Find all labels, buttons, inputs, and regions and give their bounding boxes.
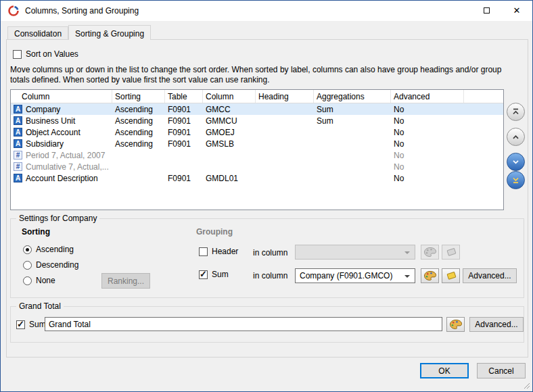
row-cell: No bbox=[391, 103, 464, 115]
row-cell bbox=[256, 161, 314, 172]
grand-total-sum-checkbox[interactable]: Sum bbox=[16, 320, 46, 329]
grand-total-sum-label: Sum bbox=[29, 320, 46, 329]
tab-sorting-grouping[interactable]: Sorting & Grouping bbox=[68, 25, 151, 40]
sum-font-color-button[interactable] bbox=[421, 268, 439, 283]
radio-icon bbox=[23, 245, 32, 254]
radio-ascending[interactable]: Ascending bbox=[23, 245, 74, 254]
move-to-bottom-button[interactable] bbox=[507, 171, 525, 189]
column-header-table[interactable]: Table bbox=[165, 90, 203, 103]
row-cell: GMDL01 bbox=[203, 172, 256, 184]
column-header-aggregations[interactable]: Aggregations bbox=[314, 90, 391, 103]
row-cell: GMSLB bbox=[203, 138, 256, 149]
radio-none[interactable]: None bbox=[23, 276, 55, 285]
table-row[interactable]: #Period 7, Actual, 2007No bbox=[11, 149, 503, 161]
row-name-cell: ASubsidiary bbox=[11, 138, 112, 149]
row-cell bbox=[256, 149, 314, 161]
column-header-column[interactable]: Column bbox=[203, 90, 256, 103]
ok-button[interactable]: OK bbox=[420, 363, 469, 378]
alpha-column-icon: A bbox=[14, 174, 22, 182]
alpha-column-icon: A bbox=[14, 128, 22, 137]
settings-group-title: Settings for Company bbox=[16, 214, 99, 223]
header-checkbox[interactable]: Header bbox=[199, 247, 238, 256]
row-cell: F0901 bbox=[165, 138, 203, 149]
columns-sorting-grouping-dialog: Columns, Sorting and Grouping ✕ Consolid… bbox=[0, 0, 533, 392]
row-cell: No bbox=[391, 161, 464, 172]
row-cell: No bbox=[391, 149, 464, 161]
row-cell bbox=[314, 172, 391, 184]
row-cell bbox=[256, 103, 314, 115]
column-header-sorting[interactable]: Sorting bbox=[112, 90, 165, 103]
row-cell bbox=[314, 161, 391, 172]
close-button[interactable]: ✕ bbox=[501, 1, 532, 20]
row-cell bbox=[464, 172, 503, 184]
row-cell: F0901 bbox=[165, 103, 203, 115]
column-header-advanced[interactable]: Advanced bbox=[391, 90, 464, 103]
row-label: Subsidiary bbox=[26, 139, 64, 149]
row-cell: Ascending bbox=[112, 103, 165, 115]
grand-total-font-color-button[interactable] bbox=[446, 317, 465, 332]
row-cell: No bbox=[391, 115, 464, 126]
row-cell: F0901 bbox=[165, 115, 203, 126]
table-header-row: ColumnSortingTableColumnHeadingAggregati… bbox=[11, 90, 503, 103]
row-label: Business Unit bbox=[26, 116, 75, 126]
checkbox-box bbox=[16, 320, 25, 329]
table-row[interactable]: AAccount DescriptionF0901GMDL01No bbox=[11, 172, 503, 184]
sum-checkbox[interactable]: Sum bbox=[199, 270, 229, 279]
table-body: ACompanyAscendingF0901GMCCSumNoABusiness… bbox=[11, 103, 503, 184]
row-label: Account Description bbox=[26, 174, 98, 183]
resize-grip[interactable] bbox=[522, 381, 530, 389]
row-cell bbox=[256, 138, 314, 149]
alpha-column-icon: A bbox=[14, 139, 22, 148]
chevron-down-icon bbox=[404, 275, 410, 278]
checkbox-box bbox=[13, 50, 22, 59]
table-row[interactable]: AObject AccountAscendingF0901GMOEJNo bbox=[11, 126, 503, 138]
palette-icon bbox=[449, 319, 463, 330]
table-row[interactable]: ACompanyAscendingF0901GMCCSumNo bbox=[11, 103, 503, 115]
row-cell bbox=[464, 126, 503, 138]
column-header-column[interactable]: Column bbox=[11, 90, 112, 103]
row-name-cell: #Period 7, Actual, 2007 bbox=[11, 149, 112, 161]
header-fill-color-button bbox=[442, 245, 460, 260]
table-row[interactable]: ASubsidiaryAscendingF0901GMSLBNo bbox=[11, 138, 503, 149]
row-cell bbox=[464, 115, 503, 126]
row-cell bbox=[112, 149, 165, 161]
tab-consolidation[interactable]: Consolidaton bbox=[7, 26, 68, 39]
sum-fill-color-button[interactable] bbox=[442, 268, 460, 283]
sort-on-values-checkbox[interactable]: Sort on Values bbox=[13, 49, 78, 59]
maximize-button[interactable] bbox=[471, 1, 502, 20]
row-cell: Ascending bbox=[112, 115, 165, 126]
row-cell bbox=[165, 161, 203, 172]
radio-descending[interactable]: Descending bbox=[23, 260, 78, 270]
row-cell bbox=[112, 172, 165, 184]
sum-in-column-label: in column bbox=[253, 271, 287, 280]
row-cell: Ascending bbox=[112, 138, 165, 149]
grouping-heading: Grouping bbox=[196, 227, 233, 237]
grouping-advanced-button[interactable]: Advanced... bbox=[463, 268, 517, 283]
row-cell bbox=[256, 172, 314, 184]
row-cell bbox=[256, 115, 314, 126]
close-icon: ✕ bbox=[513, 6, 521, 15]
columns-table: ColumnSortingTableColumnHeadingAggregati… bbox=[10, 89, 504, 210]
row-cell: GMMCU bbox=[203, 115, 256, 126]
move-down-button[interactable] bbox=[507, 153, 525, 171]
column-header-heading[interactable]: Heading bbox=[256, 90, 314, 103]
highlight-tag-icon bbox=[445, 270, 457, 281]
numeric-column-icon: # bbox=[14, 162, 22, 171]
move-to-top-button[interactable] bbox=[507, 103, 525, 121]
palette-icon bbox=[423, 270, 437, 282]
chevron-down-icon bbox=[511, 157, 520, 166]
table-row[interactable]: ABusiness UnitAscendingF0901GMMCUSumNo bbox=[11, 115, 503, 126]
move-up-button[interactable] bbox=[507, 128, 525, 146]
row-cell bbox=[314, 149, 391, 161]
grand-total-group: Grand Total Sum Advanced... bbox=[10, 306, 524, 343]
row-label: Company bbox=[26, 105, 60, 114]
cancel-button[interactable]: Cancel bbox=[477, 363, 526, 378]
grand-total-label-input[interactable] bbox=[45, 317, 442, 331]
table-row[interactable]: #Cumulative 7, Actual,...No bbox=[11, 161, 503, 172]
row-cell bbox=[464, 161, 503, 172]
row-cell: No bbox=[391, 138, 464, 149]
grand-total-advanced-button[interactable]: Advanced... bbox=[469, 317, 524, 332]
row-cell bbox=[256, 126, 314, 138]
row-cell bbox=[464, 103, 503, 115]
sum-column-select[interactable]: Company (F0901.GMCO) bbox=[295, 268, 415, 283]
